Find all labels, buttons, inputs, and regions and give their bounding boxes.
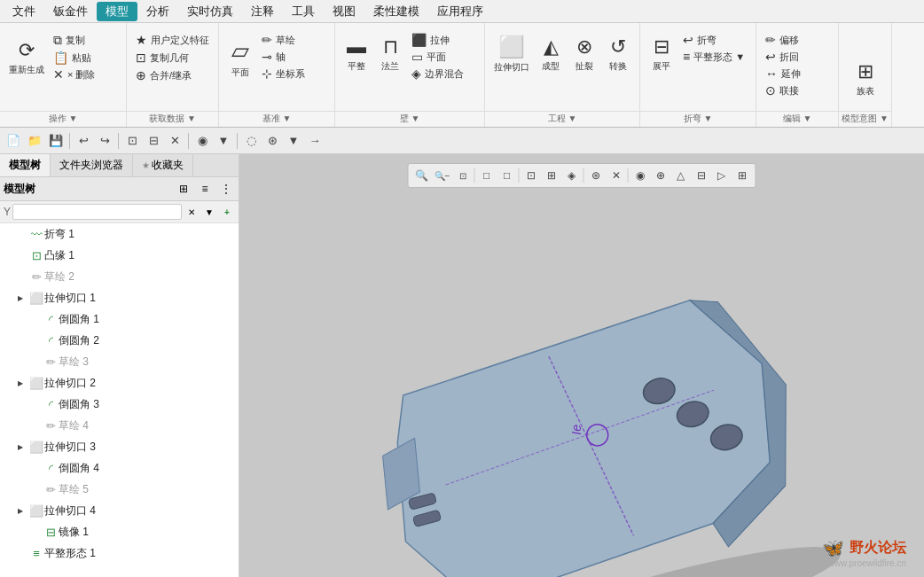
ribbon-btn-connect[interactable]: ⊙ 联接 bbox=[762, 82, 833, 98]
menu-model[interactable]: 模型 bbox=[97, 2, 137, 21]
tab-file-browser[interactable]: 文件夹浏览器 bbox=[51, 154, 133, 176]
menu-applications[interactable]: 应用程序 bbox=[428, 2, 492, 21]
menu-tools[interactable]: 工具 bbox=[283, 2, 324, 21]
ribbon-btn-extrude-w[interactable]: ⬛ 拉伸 bbox=[408, 32, 479, 48]
search-input[interactable] bbox=[12, 204, 182, 220]
tb-dropdown[interactable]: ▼ bbox=[214, 131, 233, 151]
tb-new[interactable]: 📄 bbox=[4, 131, 23, 151]
tree-item-round4[interactable]: ◜ 倒圆角 4 bbox=[0, 457, 239, 479]
tree-item-sketch5[interactable]: ✏ 草绘 5 bbox=[0, 479, 239, 500]
tb-undo[interactable]: ↩ bbox=[74, 131, 93, 151]
get-data-label[interactable]: 获取数据 ▼ bbox=[127, 111, 218, 125]
tree-area[interactable]: 〰 折弯 1 ⊡ 凸缘 1 ✏ 草绘 2 ▶ ⬜ 拉伸切口 1 bbox=[0, 223, 239, 577]
tb-mode[interactable]: ◉ bbox=[192, 131, 212, 151]
ribbon-btn-table[interactable]: ⊞ 族表 bbox=[850, 55, 881, 103]
tree-item-mirror1[interactable]: ⊟ 镜像 1 bbox=[0, 521, 239, 542]
ribbon-btn-modify[interactable]: ✏ 偏移 bbox=[762, 32, 833, 48]
ribbon-btn-plane-w[interactable]: ▭ 平面 bbox=[408, 49, 479, 65]
model-intent-label[interactable]: 模型意图 ▼ bbox=[839, 111, 891, 125]
base-label[interactable]: 基准 ▼ bbox=[219, 111, 334, 125]
viewport[interactable]: 🔍 🔍− ⊡ □ □ ⊡ ⊞ ◈ ⊛ ✕ ◉ ⊕ △ ⊟ ▷ ⊞ bbox=[239, 154, 924, 577]
tb-redo[interactable]: ↪ bbox=[95, 131, 114, 151]
tb-arrow[interactable]: → bbox=[305, 131, 325, 151]
vt-rect2[interactable]: □ bbox=[497, 166, 517, 185]
tree-item-round3[interactable]: ◜ 倒圆角 3 bbox=[0, 394, 239, 415]
engineering-label[interactable]: 工程 ▼ bbox=[485, 111, 639, 125]
menu-flexible-model[interactable]: 柔性建模 bbox=[364, 2, 428, 21]
ribbon-btn-flatten-form[interactable]: ≡ 平整形态 ▼ bbox=[679, 49, 750, 65]
filter-dropdown[interactable]: ▼ bbox=[201, 204, 217, 220]
ribbon-btn-unfold[interactable]: ⊟ 展平 bbox=[646, 30, 677, 78]
tree-item-convex1[interactable]: ⊡ 凸缘 1 bbox=[0, 245, 239, 266]
ribbon-btn-sketch[interactable]: ✏ 草绘 bbox=[258, 32, 329, 48]
tree-item-round2[interactable]: ◜ 倒圆角 2 bbox=[0, 330, 239, 351]
tree-item-fold1[interactable]: 〰 折弯 1 bbox=[0, 223, 239, 245]
vt-icon6[interactable]: ◉ bbox=[630, 166, 650, 185]
edit-label[interactable]: 编辑 ▼ bbox=[756, 111, 838, 125]
tree-item-sketch2[interactable]: ✏ 草绘 2 bbox=[0, 266, 239, 287]
sidebar-header-btn-more[interactable]: ⋮ bbox=[217, 180, 235, 198]
ribbon-btn-extrude-cut[interactable]: ⬜ 拉伸切口 bbox=[490, 30, 533, 78]
ribbon-btn-copy[interactable]: ⧉ 复制 bbox=[50, 32, 121, 49]
tree-item-extrude-cut2[interactable]: ▶ ⬜ 拉伸切口 2 bbox=[0, 372, 239, 394]
sidebar-header-btn-menu[interactable]: ≡ bbox=[196, 180, 214, 198]
filter-add[interactable]: + bbox=[219, 204, 235, 220]
vt-zoom-in[interactable]: 🔍 bbox=[412, 166, 432, 185]
menu-realtime-sim[interactable]: 实时仿真 bbox=[178, 2, 242, 21]
tab-favorites[interactable]: ★ 收藏夹 bbox=[133, 154, 193, 176]
vt-icon5[interactable]: ✕ bbox=[607, 166, 626, 185]
vt-rect[interactable]: □ bbox=[477, 166, 497, 185]
vt-fit[interactable]: ⊡ bbox=[453, 166, 473, 185]
menu-view[interactable]: 视图 bbox=[324, 2, 364, 21]
vt-icon7[interactable]: ⊕ bbox=[651, 166, 670, 185]
ribbon-btn-coordinate[interactable]: ⊹ 坐标系 bbox=[258, 66, 329, 82]
tb-circle[interactable]: ◌ bbox=[241, 131, 261, 151]
tree-item-extrude-cut3[interactable]: ▶ ⬜ 拉伸切口 3 bbox=[0, 436, 239, 457]
menu-annotation[interactable]: 注释 bbox=[242, 2, 283, 21]
operations-label[interactable]: 操作 ▼ bbox=[0, 111, 126, 125]
tree-item-flatten-state1[interactable]: ≡ 平整形态 1 bbox=[0, 542, 239, 564]
ribbon-btn-flange[interactable]: ⊓ 法兰 bbox=[374, 30, 406, 78]
tb-save[interactable]: 💾 bbox=[46, 131, 66, 151]
ribbon-btn-paste[interactable]: 📋 粘贴 bbox=[50, 50, 121, 66]
ribbon-btn-plane[interactable]: ▱ 平面 bbox=[224, 30, 256, 85]
ribbon-btn-merge[interactable]: ⊕ 合并/继承 bbox=[132, 67, 213, 83]
tb-delete2[interactable]: ✕ bbox=[165, 131, 184, 151]
ribbon-btn-user-feature[interactable]: ★ 用户定义特征 bbox=[132, 32, 213, 48]
vt-icon1[interactable]: ⊡ bbox=[521, 166, 541, 185]
ribbon-btn-split[interactable]: ⊗ 扯裂 bbox=[568, 30, 600, 78]
vt-icon9[interactable]: ⊟ bbox=[692, 166, 711, 185]
sidebar-header-btn-grid[interactable]: ⊞ bbox=[175, 180, 192, 198]
tb-select[interactable]: ⊡ bbox=[122, 131, 142, 151]
ribbon-btn-form[interactable]: ◭ 成型 bbox=[535, 30, 567, 78]
vt-icon11[interactable]: ⊞ bbox=[732, 166, 752, 185]
ribbon-btn-flatten[interactable]: ▬ 平整 bbox=[341, 30, 372, 78]
menu-file[interactable]: 文件 bbox=[4, 2, 44, 21]
vt-icon2[interactable]: ⊞ bbox=[542, 166, 561, 185]
ribbon-btn-delete[interactable]: ✕ × 删除 bbox=[50, 66, 121, 82]
tree-item-extrude-cut4[interactable]: ▶ ⬜ 拉伸切口 4 bbox=[0, 500, 239, 521]
tree-item-extrude-cut1[interactable]: ▶ ⬜ 拉伸切口 1 bbox=[0, 287, 239, 308]
menu-analysis[interactable]: 分析 bbox=[137, 2, 178, 21]
tb-dropdown2[interactable]: ▼ bbox=[284, 131, 303, 151]
vt-icon10[interactable]: ▷ bbox=[712, 166, 732, 185]
vt-icon8[interactable]: △ bbox=[671, 166, 691, 185]
tree-item-sketch4[interactable]: ✏ 草绘 4 bbox=[0, 415, 239, 436]
vt-icon3[interactable]: ◈ bbox=[562, 166, 582, 185]
ribbon-btn-regenerate[interactable]: ⟳ 重新生成 bbox=[5, 30, 48, 85]
ribbon-btn-axis[interactable]: ⊸ 轴 bbox=[258, 49, 329, 65]
wall-label[interactable]: 壁 ▼ bbox=[335, 111, 484, 125]
ribbon-btn-extend[interactable]: ↔ 延伸 bbox=[762, 66, 833, 82]
tb-settings[interactable]: ⊛ bbox=[262, 131, 282, 151]
menu-sheet-metal[interactable]: 钣金件 bbox=[44, 2, 97, 21]
tb-open[interactable]: 📁 bbox=[25, 131, 44, 151]
ribbon-btn-copy-geo[interactable]: ⊡ 复制几何 bbox=[132, 50, 213, 66]
vt-zoom-out[interactable]: 🔍− bbox=[433, 166, 452, 185]
tree-item-sketch3[interactable]: ✏ 草绘 3 bbox=[0, 351, 239, 372]
tree-item-round1[interactable]: ◜ 倒圆角 1 bbox=[0, 308, 239, 330]
vt-icon4[interactable]: ⊛ bbox=[586, 166, 606, 185]
filter-clear[interactable]: ✕ bbox=[184, 204, 200, 220]
unfold-label[interactable]: 折弯 ▼ bbox=[640, 111, 756, 125]
ribbon-btn-convert[interactable]: ↺ 转换 bbox=[602, 30, 634, 78]
tab-model-tree[interactable]: 模型树 bbox=[0, 154, 51, 176]
